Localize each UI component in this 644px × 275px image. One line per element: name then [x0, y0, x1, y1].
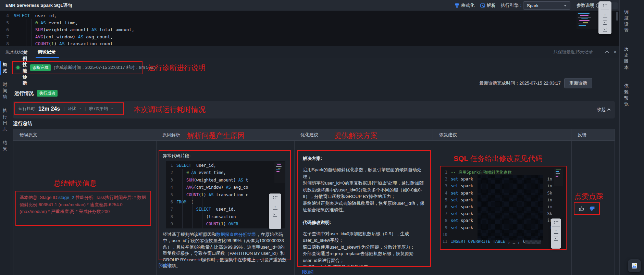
- format-button[interactable]: 格式化: [455, 0, 474, 11]
- annotation-recovery-strong: SQL: [454, 154, 468, 162]
- more-tools-icon[interactable]: [603, 3, 608, 7]
- feedback-box: [574, 202, 600, 215]
- right-rail: 调度设置历史版本依赖预览: [619, 0, 644, 275]
- right-rail-tab[interactable]: 历史版本: [624, 46, 629, 71]
- params-label: 参数说明: [577, 2, 594, 9]
- cause-collapse-link[interactable]: [收起]: [159, 262, 170, 268]
- annotation-feedback: 点赞点踩: [574, 191, 603, 201]
- sidebar-item-item[interactable]: 结果: [0, 139, 10, 153]
- right-rail-tab[interactable]: 调度设置: [624, 9, 629, 34]
- collapse-panel-icon[interactable]: [605, 50, 609, 54]
- snippet-minimap: [274, 162, 285, 183]
- assistant-icon: [631, 263, 637, 269]
- duration-box: 运行耗时 12m 24s | 环比 - | 较7次平均 -: [14, 102, 124, 115]
- upload-icon[interactable]: ↑: [554, 229, 558, 234]
- stage-link[interactable]: stage_2: [58, 195, 74, 200]
- code-line: 4SELECT user_id,: [0, 12, 619, 20]
- chevron-up-icon: [607, 109, 611, 112]
- close-icon[interactable]: ×: [614, 46, 617, 58]
- code-line: 7 AVG(cnt_window) AS avg_count,: [0, 34, 619, 41]
- records-tabs: 流水线记录 调试记录 只保留最近15天记录 ×: [0, 46, 619, 58]
- solution-line: 最终通过正则表达式去除随机数后缀，恢复原始user_id值，保证聚合结果的准确性…: [303, 200, 425, 213]
- analysis-rest: ，在原始代码中，user_id字段的零值数量占比99.99%（具体为100000…: [163, 232, 286, 268]
- col-header-error: 错误原文: [13, 129, 156, 140]
- fit-view-icon[interactable]: [273, 213, 277, 217]
- avg-value: -: [111, 106, 113, 111]
- sql-code-lines: 4SELECT user_id,5 0 AS event_time,6 SUM(…: [0, 11, 619, 46]
- snippet-toolbar: ↑: [269, 193, 281, 229]
- collapse-toggle[interactable]: 收起: [597, 107, 610, 113]
- solution-line: 启用Spark的自动倾斜优化参数，触发引擎层面的倾斜自动处理；: [303, 166, 425, 180]
- panel-icon[interactable]: [611, 2, 618, 9]
- sql-editor[interactable]: 4SELECT user_id,5 0 AS event_time,6 SUM(…: [0, 11, 619, 46]
- data-probe-link[interactable]: 数据探查的分析结果: [216, 232, 256, 237]
- avg-label: 较7次平均: [89, 106, 108, 112]
- col-header-feedback: 反馈: [571, 129, 615, 140]
- debug-panel: 实例性能诊断 诊断完成 (完成诊断时间：2025-07-15 22:03:17 …: [10, 58, 619, 275]
- code-line: 1-- 启用Spark自动倾斜优化参数: [441, 169, 566, 176]
- annotation-diagnosis: 运行诊断进行说明: [148, 63, 206, 73]
- annotation-cause-header: 解析问题产生原因: [187, 131, 245, 140]
- modify-line: 窗口函数使用user_id_skew作为分区键，分散计算压力；: [303, 244, 425, 251]
- thumbs-down-icon[interactable]: [589, 206, 595, 212]
- run-status-row: 运行情况 执行成功: [14, 90, 58, 97]
- ring-label: 环比: [68, 106, 76, 112]
- sidebar-item-active[interactable]: 概览: [0, 61, 10, 75]
- latest-diagnosis-time: 最新诊断完成时间：2025-07-15 22:03:17: [479, 80, 561, 86]
- modify-lines: 在子查询中对user_id=0添加随机数后缀（0-9），生成user_id_sk…: [303, 230, 425, 267]
- code-line: 6 SUM(weighted_amount) AS total_amount,: [0, 26, 619, 34]
- page-title: EMR Serverless Spark SQL语句: [5, 0, 72, 11]
- code-line: 5 COUNT(1) AS transaction_c: [166, 191, 285, 199]
- fit-view-icon[interactable]: [603, 21, 607, 25]
- code-line: 6FROM (: [166, 199, 285, 206]
- engine-select[interactable]: Spark: [523, 1, 570, 10]
- editor-minimap[interactable]: [577, 12, 598, 29]
- error-message-box: 基本信息: Stage ID:stage_2 性能分析: Task执行时间差异:…: [15, 191, 151, 226]
- abnormal-code-snippet[interactable]: 1SELECT user_id,2 0 AS event_time,3 SUM(…: [166, 161, 285, 228]
- status-dot-icon: [16, 66, 20, 69]
- fit-view-icon[interactable]: [554, 237, 558, 241]
- modify-line: 新增Spark自动倾斜优化参数设置。: [303, 264, 425, 267]
- ring-value: -: [80, 106, 81, 111]
- solution-lines: 启用Spark的自动倾斜优化参数，触发引擎层面的倾斜自动处理；对倾斜字段user…: [303, 166, 425, 213]
- sidebar-item-item[interactable]: 执行日志: [0, 107, 10, 133]
- brush-icon: [455, 3, 459, 8]
- title-bar: EMR Serverless Spark SQL语句 格式化 解析 执行引擎： …: [0, 0, 619, 11]
- code-line: 4 AVG(cnt_window) AS avg_co: [166, 184, 285, 191]
- retention-note: 只保留最近15天记录: [554, 46, 593, 58]
- fullscreen-icon[interactable]: [603, 28, 607, 32]
- recovery-code-editor[interactable]: 1-- 启用Spark自动倾斜优化参数2set sparkin3set spar…: [441, 166, 566, 249]
- diagnosis-detail: (完成诊断时间：2025-07-15 22:03:17 耗时：8m 55s ): [54, 65, 156, 71]
- upload-icon[interactable]: ↑: [273, 205, 277, 210]
- editor-scrollbar[interactable]: [616, 12, 618, 21]
- tab-debug-records[interactable]: 调试记录: [38, 46, 55, 58]
- upload-icon[interactable]: ↑: [603, 13, 607, 17]
- modify-line: 外部查询通过regexp_replace去除随机数后缀，恢复原始user_id后…: [303, 250, 425, 264]
- run-status-badge: 执行成功: [37, 90, 58, 97]
- collapse-label: 收起: [597, 107, 606, 113]
- code-line: 5 0 AS event_time,: [0, 20, 619, 27]
- more-tools-icon[interactable]: [554, 221, 559, 224]
- annotation-error-summary: 总结错误信息: [53, 178, 97, 188]
- diagnosis-badge: 诊断完成: [30, 64, 51, 71]
- right-rail-tab[interactable]: 依赖预览: [624, 83, 629, 108]
- recovery-toolbar: ↑: [551, 218, 561, 249]
- thumbs-up-icon[interactable]: [579, 206, 584, 212]
- more-tools-icon[interactable]: [273, 196, 278, 199]
- engine-label: 执行引擎：: [501, 0, 523, 11]
- parse-button[interactable]: 解析: [480, 0, 496, 11]
- table-header: 错误原文 原因解析 优化建议 恢复建议 反馈: [13, 129, 615, 141]
- summary-label: 运行总结: [13, 121, 32, 127]
- optimize-collapse-link[interactable]: [收起]: [302, 269, 313, 275]
- snippet-label: 异常代码片段:: [163, 153, 191, 159]
- format-label: 格式化: [461, 2, 474, 9]
- rediagnose-button[interactable]: 重新诊断: [564, 78, 592, 88]
- assistant-button[interactable]: [628, 259, 641, 272]
- params-help[interactable]: 参数说明 i: [577, 0, 601, 11]
- error-text-prefix: 基本信息: Stage ID:: [20, 195, 58, 200]
- active-tab-underline: [36, 57, 59, 58]
- editor-toolbar: ↑: [598, 1, 611, 34]
- duration-label: 运行耗时: [18, 106, 35, 112]
- solution-title: 解决方案:: [303, 155, 425, 162]
- sidebar-item-item[interactable]: 时间轴: [0, 81, 10, 101]
